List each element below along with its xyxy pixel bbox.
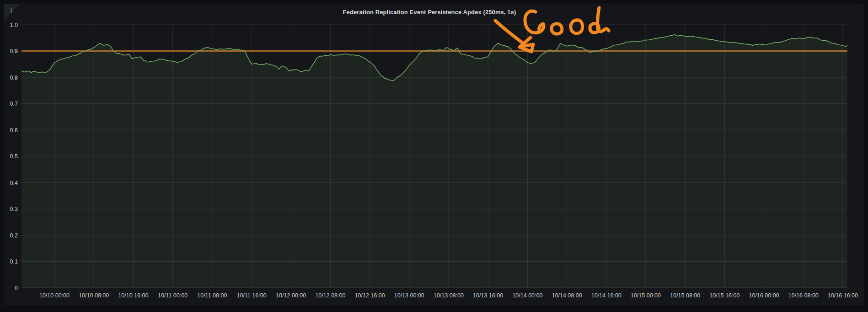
y-tick-label: 0.6 [10,127,18,134]
y-tick-label: 0.3 [10,206,18,212]
y-tick-label: 0.7 [10,101,18,107]
y-tick-label: 0.2 [10,232,18,239]
annotation-good [495,8,609,52]
y-tick-label: 0 [15,285,18,291]
page: { "panel": { "title": "Federation Replic… [0,0,868,312]
y-tick-label: 0.9 [10,48,18,54]
x-tick-label: 10/12 08:00 [315,292,345,299]
x-tick-label: 10/14 16:00 [591,292,622,299]
x-tick-label: 10/14 00:00 [512,292,542,299]
x-tick-label: 10/12 16:00 [355,292,385,299]
annotation-stroke [525,11,544,33]
x-tick-label: 10/15 08:00 [670,292,700,299]
annotation-stroke [495,21,523,43]
annotation-stroke [552,24,562,34]
y-tick-label: 0.1 [10,258,18,265]
x-tick-label: 10/10 16:00 [118,292,148,299]
y-tick-label: 0.4 [10,180,18,186]
x-tick-label: 10/13 00:00 [394,292,424,299]
grafana-panel: i Federation Replication Event Persisten… [4,4,864,305]
x-tick-label: 10/10 00:00 [39,292,70,299]
y-tick-label: 0.5 [10,153,18,160]
x-tick-label: 10/12 00:00 [276,292,306,299]
series-area-fill [21,35,848,288]
x-tick-label: 10/16 00:00 [749,292,779,299]
annotation-stroke [598,8,609,32]
x-tick-label: 10/14 08:00 [552,292,582,299]
x-tick-label: 10/10 08:00 [79,292,109,299]
x-tick-label: 10/15 16:00 [709,292,739,299]
y-tick-label: 0.8 [10,75,18,81]
time-series-chart[interactable]: 1.00.90.80.70.60.50.40.30.20.1010/10 00:… [4,4,865,306]
x-tick-label: 10/16 16:00 [828,292,858,299]
x-tick-label: 10/11 00:00 [158,292,188,299]
x-tick-label: 10/13 08:00 [434,292,464,299]
y-tick-label: 1.0 [10,22,18,28]
x-tick-label: 10/11 08:00 [197,292,227,299]
annotation-stroke [520,38,533,52]
x-tick-label: 10/11 16:00 [236,292,266,299]
x-tick-label: 10/13 16:00 [473,292,503,299]
x-tick-label: 10/15 00:00 [631,292,661,299]
annotation-stroke [571,20,583,33]
x-tick-label: 10/16 08:00 [788,292,819,299]
